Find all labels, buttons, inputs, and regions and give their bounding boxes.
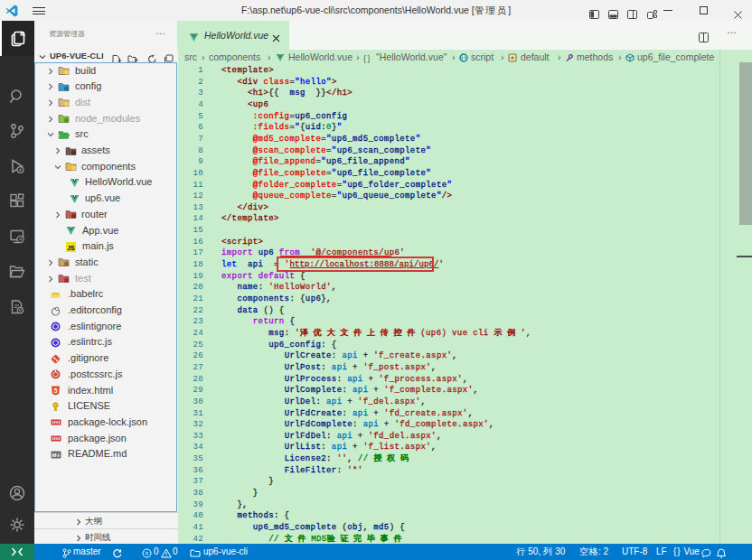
svg-text:5: 5 — [54, 387, 58, 394]
svg-text:JS: JS — [67, 244, 75, 250]
svg-text:M: M — [52, 453, 57, 458]
